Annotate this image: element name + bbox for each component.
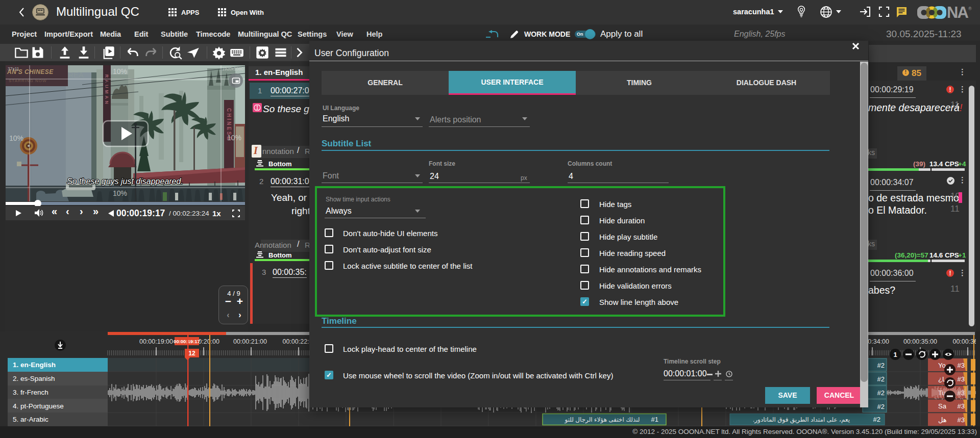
svg-text:10%: 10% — [227, 134, 241, 142]
svg-text:00:00:35:00: 00:00:35:00 — [903, 338, 937, 345]
svg-text:1: 1 — [893, 351, 897, 358]
svg-text:12: 12 — [188, 350, 195, 357]
svg-text:#3: #3 — [958, 375, 965, 383]
svg-text:10%: 10% — [113, 189, 127, 197]
svg-text:37x11: 37x11 — [8, 66, 19, 71]
svg-text:10%: 10% — [113, 67, 127, 75]
svg-text:#2: #2 — [873, 416, 880, 423]
svg-text:00:00:21:00: 00:00:21:00 — [233, 338, 267, 345]
svg-text:So these guys just disappeared: So these guys just disappeared. — [67, 177, 183, 186]
svg-text:Sa: Sa — [938, 402, 947, 410]
svg-text:#3: #3 — [958, 416, 965, 424]
svg-text:#2: #2 — [877, 375, 885, 383]
svg-text:#2: #2 — [877, 389, 885, 397]
svg-text:.يعم، على امتداد الطريق فوق ال: .يعم، على امتداد الطريق فوق الماتادور — [753, 416, 850, 424]
svg-text:#2: #2 — [877, 403, 885, 410]
svg-text:#1: #1 — [651, 416, 658, 423]
svg-text:00:00:19:00: 00:00:19:00 — [139, 338, 173, 345]
svg-text:#3: #3 — [958, 402, 965, 410]
svg-text:00:00:22:0: 00:00:22:0 — [282, 338, 312, 345]
svg-text:00:00:19:17: 00:00:19:17 — [174, 339, 200, 344]
svg-text:NA: NA — [947, 6, 968, 19]
svg-text:#2: #2 — [877, 362, 885, 369]
svg-text:هل: هل — [938, 416, 947, 424]
svg-text:10%: 10% — [9, 134, 23, 142]
svg-text:لنذلك اختفى هؤلاء الرجال للتو: لنذلك اختفى هؤلاء الرجال للتو — [565, 416, 640, 424]
svg-text:1920x1080: 1920x1080 — [222, 66, 243, 71]
svg-text:®: ® — [968, 6, 972, 11]
svg-text:#3: #3 — [958, 362, 965, 369]
